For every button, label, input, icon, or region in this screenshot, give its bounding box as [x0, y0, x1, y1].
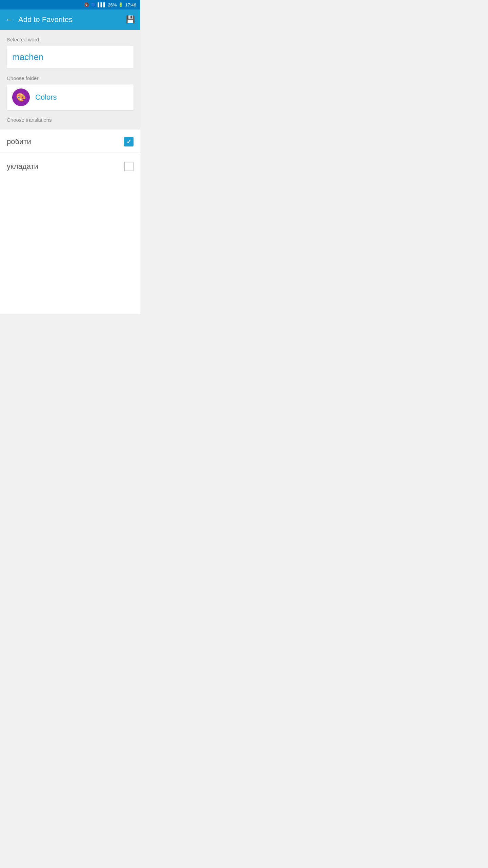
rest-area — [0, 179, 140, 314]
battery-level: 26% — [108, 2, 117, 7]
battery-icon: 🔋 — [118, 2, 123, 7]
app-bar-left: ← Add to Favorites — [5, 15, 73, 24]
translation-item-2[interactable]: укладати — [0, 154, 140, 179]
form-content: Selected word machen Choose folder 🎨 Col… — [0, 30, 140, 130]
translation-text-2: укладати — [7, 162, 38, 171]
status-bar: 🔇 🔵 ▌▌▌ 26% 🔋 17:46 — [0, 0, 140, 9]
bluetooth-icon: 🔵 — [91, 2, 96, 7]
app-bar: ← Add to Favorites 💾 — [0, 9, 140, 30]
selected-word-value: machen — [12, 52, 44, 62]
selected-word-label: Selected word — [7, 37, 134, 42]
selected-word-box: machen — [7, 46, 134, 68]
translations-list: робити укладати — [0, 130, 140, 179]
translation-item-1[interactable]: робити — [0, 130, 140, 154]
back-button[interactable]: ← — [5, 15, 13, 24]
translation-checkbox-1[interactable] — [124, 137, 134, 146]
clock: 17:46 — [125, 2, 136, 7]
save-button[interactable]: 💾 — [126, 15, 135, 24]
translation-checkbox-2[interactable] — [124, 162, 134, 171]
status-icons: 🔇 🔵 ▌▌▌ 26% 🔋 17:46 — [84, 2, 136, 7]
folder-name: Colors — [35, 93, 57, 102]
mute-icon: 🔇 — [84, 2, 89, 7]
palette-icon: 🎨 — [16, 93, 26, 102]
choose-translations-label: Choose translations — [7, 117, 134, 124]
translation-text-1: робити — [7, 137, 31, 146]
folder-selector[interactable]: 🎨 Colors — [7, 84, 134, 110]
choose-folder-label: Choose folder — [7, 75, 134, 81]
signal-icon: ▌▌▌ — [98, 2, 106, 7]
page-title: Add to Favorites — [18, 15, 73, 24]
folder-icon-circle: 🎨 — [12, 88, 30, 106]
